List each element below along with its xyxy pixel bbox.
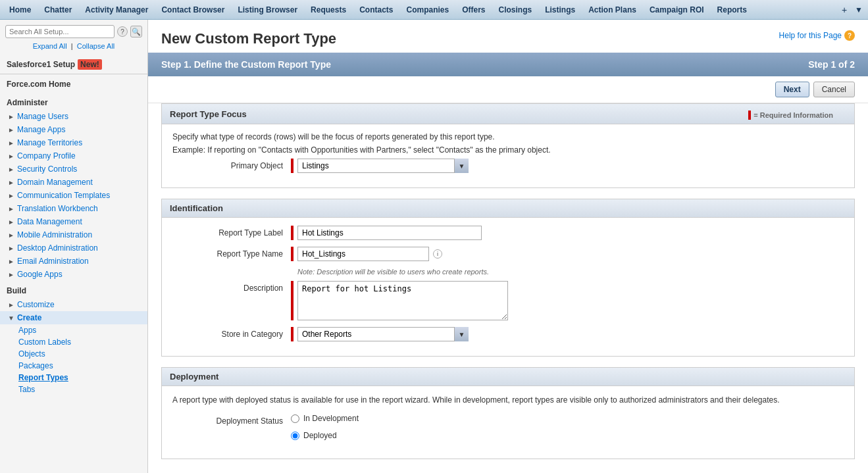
store-in-category-select-wrap: Other Reports Accounts & Contacts Opport… — [297, 327, 469, 341]
sidebar-item-mobile-administration[interactable]: ►Mobile Administration — [0, 228, 147, 241]
help-circle-icon: ? — [844, 30, 855, 41]
required-info: = Required Information — [748, 108, 846, 120]
customize-arrow-icon: ► — [8, 301, 14, 309]
nav-item-chatter[interactable]: Chatter — [38, 0, 78, 20]
sidebar-item-manage-territories[interactable]: ►Manage Territories — [0, 136, 147, 149]
cancel-button-top[interactable]: Cancel — [813, 82, 855, 97]
sidebar-item-desktop-administration[interactable]: ►Desktop Administration — [0, 241, 147, 255]
arrow-icon: ► — [8, 258, 14, 265]
nav-item-reports[interactable]: Reports — [711, 0, 753, 20]
report-type-label-row: Report Type Label — [172, 226, 844, 240]
sidebar-item-data-management[interactable]: ►Data Management — [0, 215, 147, 228]
nav-item-closings[interactable]: Closings — [492, 0, 539, 20]
create-arrow-icon: ▼ — [8, 314, 14, 322]
sidebar-item-domain-management[interactable]: ►Domain Management — [0, 176, 147, 189]
step-banner-title: Step 1. Define the Custom Report Type — [161, 59, 331, 70]
report-type-label-input[interactable] — [297, 226, 482, 240]
arrow-icon: ► — [8, 245, 14, 252]
nav-item-offers[interactable]: Offers — [455, 0, 492, 20]
report-type-name-input[interactable] — [297, 247, 429, 261]
help-icon[interactable]: ? — [117, 26, 128, 37]
in-development-label[interactable]: In Development — [303, 414, 359, 423]
subitem-tabs[interactable]: Tabs — [0, 384, 147, 395]
required-indicator-label — [291, 226, 294, 240]
page-header: New Custom Report Type Help for this Pag… — [148, 20, 868, 53]
page-title: New Custom Report Type — [161, 30, 336, 47]
customize-label: Customize — [17, 300, 55, 309]
subitem-report-types[interactable]: Report Types — [0, 372, 147, 384]
primary-object-label: Primary Object — [172, 159, 291, 170]
salesforce1-setup[interactable]: Salesforce1 Setup New! — [0, 54, 147, 74]
nav-item-companies[interactable]: Companies — [399, 0, 455, 20]
new-badge: New! — [78, 59, 102, 70]
nav-item-listing-browser[interactable]: Listing Browser — [231, 0, 304, 20]
nav-item-requests[interactable]: Requests — [304, 0, 353, 20]
identification-section: Identification Report Type Label Report … — [161, 199, 855, 357]
search-button[interactable]: 🔍 — [130, 26, 142, 37]
nav-add-button[interactable]: + — [836, 0, 852, 20]
store-in-category-select[interactable]: Other Reports Accounts & Contacts Opport… — [297, 327, 469, 341]
deployment-section: Deployment A report type with deployed s… — [161, 367, 855, 459]
deployment-status-field: In Development Deployed — [291, 414, 844, 444]
sidebar-item-manage-apps[interactable]: ►Manage Apps — [0, 123, 147, 136]
sidebar-item-translation-workbench[interactable]: ►Translation Workbench — [0, 202, 147, 215]
required-indicator-category — [291, 327, 294, 341]
help-link-text: Help for this Page — [779, 31, 842, 40]
deployment-status-row: Deployment Status In Development Deploye… — [172, 414, 844, 444]
arrow-icon: ► — [8, 232, 14, 239]
arrow-icon: ► — [8, 139, 14, 147]
arrow-icon: ► — [8, 126, 14, 134]
salesforce1-label: Salesforce1 Setup — [7, 60, 75, 69]
nav-item-listings[interactable]: Listings — [538, 0, 582, 20]
sidebar-search-area: ? 🔍 — [0, 20, 147, 41]
arrow-icon: ► — [8, 166, 14, 173]
sidebar-item-customize[interactable]: ► Customize — [0, 298, 147, 311]
report-type-label-label: Report Type Label — [172, 226, 291, 237]
nav-item-activity-manager[interactable]: Activity Manager — [78, 0, 155, 20]
required-bar-icon — [748, 111, 751, 120]
sidebar-item-create[interactable]: ▼ Create — [0, 311, 147, 324]
description-textarea[interactable]: Report for hot Listings — [297, 281, 508, 320]
subitem-apps[interactable]: Apps — [0, 324, 147, 336]
sidebar-item-manage-users[interactable]: ►Manage Users — [0, 110, 147, 123]
bottom-action-row: Next Cancel — [148, 470, 868, 473]
sidebar-item-google-apps[interactable]: ►Google Apps — [0, 268, 147, 281]
nav-item-contact-browser[interactable]: Contact Browser — [155, 0, 231, 20]
required-indicator-name — [291, 247, 294, 261]
subitem-objects[interactable]: Objects — [0, 348, 147, 360]
info-icon[interactable]: i — [433, 249, 442, 259]
sidebar-item-company-profile[interactable]: ►Company Profile — [0, 149, 147, 162]
nav-item-action-plans[interactable]: Action Plans — [582, 0, 643, 20]
sidebar-item-communication-templates[interactable]: ►Communication Templates — [0, 189, 147, 202]
primary-object-select[interactable]: Listings Contacts Opportunities Accounts — [297, 159, 469, 173]
deployed-radio[interactable] — [291, 432, 299, 440]
report-type-label-field — [291, 226, 844, 240]
deployment-status-label: Deployment Status — [172, 414, 291, 426]
arrow-icon: ► — [8, 153, 14, 160]
force-home-link[interactable]: Force.com Home — [0, 74, 147, 93]
primary-object-select-wrap: Listings Contacts Opportunities Accounts… — [297, 159, 469, 173]
arrow-icon: ► — [8, 205, 14, 212]
nav-item-home[interactable]: Home — [3, 0, 38, 20]
administer-items: ►Manage Users►Manage Apps►Manage Territo… — [0, 110, 147, 281]
primary-object-row: Primary Object Listings Contacts Opportu… — [172, 159, 844, 173]
sidebar-item-email-administration[interactable]: ►Email Administration — [0, 255, 147, 268]
subitem-packages[interactable]: Packages — [0, 360, 147, 372]
collapse-all-link[interactable]: Collapse All — [77, 42, 115, 50]
in-development-radio[interactable] — [291, 414, 299, 423]
store-in-category-label: Store in Category — [172, 327, 291, 339]
report-type-focus-section: Report Type Focus = Required Information… — [161, 103, 855, 188]
sidebar-item-security-controls[interactable]: ►Security Controls — [0, 162, 147, 176]
deployed-label[interactable]: Deployed — [303, 431, 337, 440]
nav-item-contacts[interactable]: Contacts — [353, 0, 399, 20]
nav-item-campaign-roi[interactable]: Campaign ROI — [643, 0, 711, 20]
build-section-header: Build — [0, 281, 147, 298]
help-link[interactable]: Help for this Page ? — [779, 30, 855, 41]
expand-all-link[interactable]: Expand All — [33, 42, 67, 50]
search-input[interactable] — [5, 25, 115, 38]
nav-more-button[interactable]: ▼ — [852, 0, 865, 20]
next-button-top[interactable]: Next — [775, 82, 809, 97]
focus-info-line2: Example: If reporting on "Contacts with … — [172, 145, 844, 155]
report-type-focus-header: Report Type Focus = Required Information — [162, 104, 854, 124]
subitem-custom-labels[interactable]: Custom Labels — [0, 336, 147, 348]
